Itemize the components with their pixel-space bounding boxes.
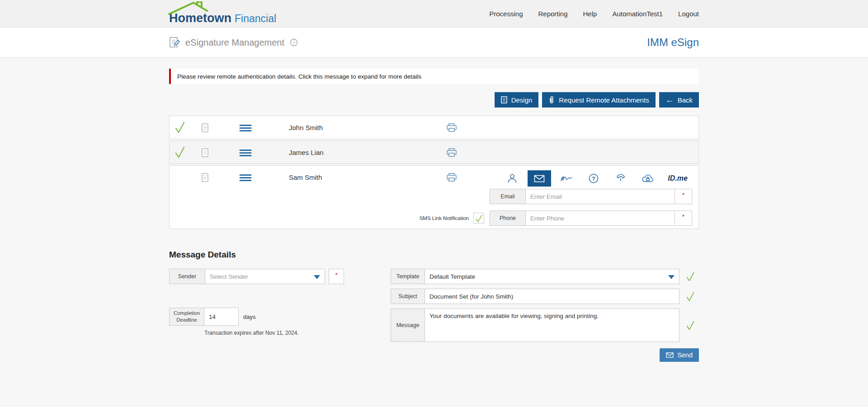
signer-name: Sam Smith: [289, 173, 322, 181]
printer-icon[interactable]: [446, 173, 457, 182]
drag-handle-icon[interactable]: [239, 124, 252, 132]
chevron-down-icon: [314, 275, 320, 279]
document-pencil-icon: [169, 37, 180, 48]
auth-esignature-icon[interactable]: [555, 170, 578, 187]
svg-text:i: i: [293, 40, 295, 45]
logo-suffix: Financial: [235, 13, 276, 24]
email-input[interactable]: [526, 189, 675, 204]
phone-input[interactable]: [526, 211, 675, 226]
auth-security-question-icon[interactable]: ?: [582, 170, 605, 187]
phone-required-marker: *: [675, 211, 692, 226]
auth-cloud-lock-icon[interactable]: [636, 170, 660, 187]
printer-icon[interactable]: [446, 148, 457, 157]
template-dropdown[interactable]: Default Template: [425, 269, 679, 284]
completion-deadline-input[interactable]: [204, 308, 239, 326]
product-brand: IMM eSign: [647, 36, 699, 49]
send-row: Send: [391, 348, 699, 362]
sender-required-marker: *: [329, 269, 344, 284]
back-arrow-icon: ←: [665, 96, 674, 104]
sender-label: Sender: [169, 269, 205, 284]
chevron-down-icon: [668, 275, 675, 279]
nav-help[interactable]: Help: [583, 10, 597, 18]
auth-in-person-icon[interactable]: [500, 170, 524, 187]
message-details-heading: Message Details: [169, 250, 699, 260]
top-bar: Hometown Financial Processing Reporting …: [0, 0, 868, 28]
days-label: days: [243, 313, 255, 320]
signed-check-icon: [175, 121, 185, 134]
template-row: Template Default Template: [391, 269, 699, 284]
email-label: Email: [490, 189, 526, 204]
document-icon[interactable]: [201, 173, 209, 182]
sender-dropdown-value: Select Sender: [210, 273, 248, 280]
design-document-icon: [501, 96, 507, 103]
subject-valid-check-icon: [686, 291, 694, 302]
sub-header: eSignature Management i IMM eSign: [0, 28, 868, 58]
logo[interactable]: Hometown Financial: [169, 0, 276, 28]
drag-handle-icon[interactable]: [239, 149, 252, 157]
signer-name: James Lian: [289, 149, 324, 156]
auth-email-icon[interactable]: [528, 170, 551, 187]
auth-idme-logo[interactable]: ID.me: [663, 170, 692, 187]
send-button[interactable]: Send: [660, 348, 699, 362]
back-button[interactable]: ← Back: [659, 92, 699, 108]
nav-reporting[interactable]: Reporting: [538, 10, 567, 18]
request-remote-attachments-button[interactable]: Request Remote Attachments: [542, 92, 655, 108]
completion-deadline-label: Completion Deadline: [169, 308, 204, 326]
template-dropdown-value: Default Template: [429, 273, 475, 280]
auth-method-strip: ? ID.me: [500, 170, 692, 187]
signer-name: John Smith: [289, 124, 323, 131]
alert-text: Please review remote authentication deta…: [177, 73, 421, 80]
design-button[interactable]: Design: [495, 92, 539, 108]
phone-row: SMS Link Notification Phone *: [418, 211, 692, 226]
main-content: Please review remote authentication deta…: [0, 58, 868, 407]
auth-phone-icon[interactable]: [609, 170, 632, 187]
email-required-marker: *: [675, 189, 692, 204]
details-right-column: Template Default Template Subject: [391, 269, 699, 362]
signer-list: John Smith James Lian: [169, 116, 699, 229]
top-navigation: Processing Reporting Help AutomationTest…: [489, 10, 699, 18]
sms-link-notification-label: SMS Link Notification: [418, 215, 469, 222]
info-icon[interactable]: i: [290, 38, 298, 47]
subject-row: Subject: [391, 289, 699, 304]
toolbar: Design Request Remote Attachments ← Back: [169, 92, 699, 108]
details-left-column: Sender Select Sender * Completion Deadli…: [169, 269, 344, 336]
phone-label: Phone: [490, 211, 526, 226]
message-details-section: Sender Select Sender * Completion Deadli…: [169, 269, 699, 368]
sender-row: Sender Select Sender *: [169, 269, 344, 284]
svg-text:?: ?: [592, 176, 595, 182]
page-title: eSignature Management: [185, 37, 284, 48]
document-icon[interactable]: [201, 148, 209, 158]
signed-check-icon: [175, 146, 185, 159]
house-roof-icon: [168, 1, 236, 17]
subject-input[interactable]: [425, 289, 679, 304]
message-row: Message Your documents are available for…: [391, 309, 699, 342]
alert-banner[interactable]: Please review remote authentication deta…: [169, 69, 699, 84]
sender-dropdown[interactable]: Select Sender: [205, 269, 325, 284]
template-label: Template: [391, 269, 425, 284]
email-row: Email *: [490, 189, 692, 204]
sms-notification-checkbox[interactable]: [473, 213, 484, 224]
printer-icon[interactable]: [446, 123, 457, 132]
message-label: Message: [391, 309, 425, 342]
nav-user-menu[interactable]: AutomationTest1: [612, 10, 663, 18]
nav-processing[interactable]: Processing: [489, 10, 523, 18]
message-textarea[interactable]: Your documents are available for viewing…: [425, 309, 679, 342]
document-icon[interactable]: [201, 123, 209, 133]
drag-handle-icon[interactable]: [239, 174, 252, 182]
message-valid-check-icon: [686, 320, 694, 331]
template-valid-check-icon: [686, 271, 694, 282]
signer-row-john-smith: John Smith: [169, 116, 699, 139]
signer-row-james-lian: James Lian: [169, 140, 699, 164]
send-envelope-icon: [666, 352, 674, 358]
expiry-note: Transaction expires after Nov 11, 2024.: [204, 330, 344, 336]
nav-logout[interactable]: Logout: [678, 10, 699, 18]
subject-label: Subject: [391, 289, 425, 304]
signer-row-sam-smith: Sam Smith ?: [169, 165, 699, 229]
completion-deadline-row: Completion Deadline days: [169, 308, 344, 326]
paperclip-icon: [548, 96, 555, 104]
